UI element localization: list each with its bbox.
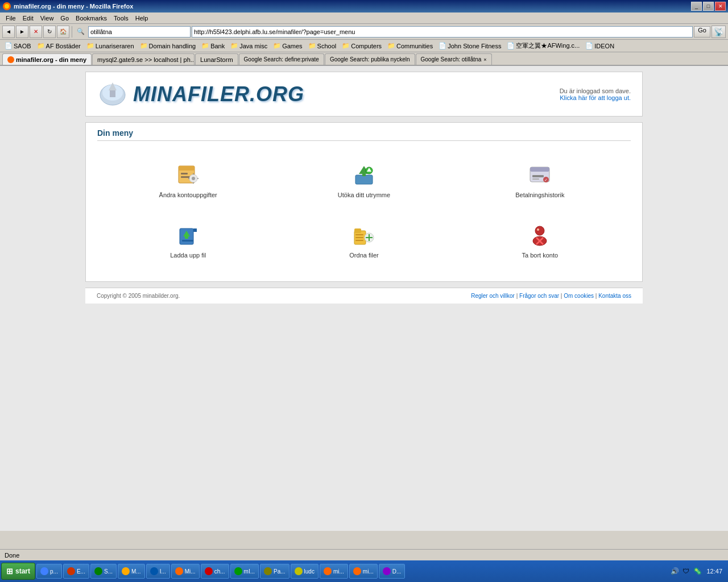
stop-button[interactable]: ✕: [30, 26, 42, 38]
taskbar-btn-i[interactable]: I...: [146, 564, 170, 579]
svg-rect-34: [354, 228, 361, 233]
menu-item-ordna[interactable]: Ordna filer: [279, 215, 449, 264]
url-input[interactable]: [192, 26, 693, 38]
folder-icon: 📁: [201, 42, 209, 50]
taskbar-btn-pa[interactable]: Pa...: [260, 564, 289, 579]
bookmark-communities[interactable]: 📁Communities: [385, 41, 435, 51]
taskbar-btn-m1[interactable]: M...: [118, 564, 145, 579]
back-button[interactable]: ◄: [2, 26, 15, 38]
tab-minafiler[interactable]: minafiler.org - din meny: [2, 53, 92, 65]
organize-icon: [350, 221, 378, 248]
bookmark-ideon[interactable]: 📄IDEON: [583, 41, 617, 51]
taskbar-btn-ml[interactable]: mI...: [230, 564, 259, 579]
bookmark-java-misc[interactable]: 📁Java misc: [228, 41, 270, 51]
bookmark-saob[interactable]: 📄SAOB: [2, 41, 34, 51]
menu-item-ta-bort[interactable]: Ta bort konto: [455, 215, 625, 264]
taskbar-app-icon: [234, 567, 242, 575]
menu-bookmarks[interactable]: Bookmarks: [72, 14, 110, 23]
settings-icon: [175, 161, 202, 188]
taskbar-app-icon: [175, 567, 183, 575]
titlebar-left: minafiler.org - din meny - Mozilla Firef…: [2, 2, 133, 11]
go-button[interactable]: Go: [694, 26, 710, 38]
bookmark-john-stone[interactable]: 📄John Stone Fitness: [436, 41, 503, 51]
menu-item-betalning[interactable]: ✓ Betalningshistorik: [455, 155, 625, 204]
menu-item-utoka[interactable]: Utöka ditt utrymme: [279, 155, 449, 204]
minimize-button[interactable]: _: [691, 2, 702, 11]
tab-google-publika[interactable]: Google Search: publika nyckeln: [325, 53, 415, 65]
svg-point-42: [537, 228, 539, 231]
taskbar-btn-d[interactable]: D...: [379, 564, 406, 579]
bookmark-domain-handling[interactable]: 📁Domain handling: [138, 41, 198, 51]
taskbar-btn-mi[interactable]: Mi...: [171, 564, 200, 579]
taskbar-app-icon: [264, 567, 272, 575]
bookmark-afwing[interactable]: 📄空軍之翼★AFWing.c...: [504, 40, 582, 51]
bookmarks-bar: 📄SAOB 📁AF Bostäder 📁Lunariseraren 📁Domai…: [0, 40, 728, 52]
tab-google-otillat[interactable]: Google Search: otillåtna ×: [416, 53, 492, 65]
start-button[interactable]: ⊞ start: [1, 563, 35, 580]
logo-text: MINAFILER.ORG: [133, 82, 304, 106]
taskbar-btn-ch[interactable]: ch...: [201, 564, 229, 579]
home-button[interactable]: 🏠: [57, 26, 69, 38]
tab-label: minafiler.org - din meny: [16, 56, 86, 63]
taskbar-btn-p[interactable]: p...: [36, 564, 62, 579]
svg-rect-23: [532, 175, 544, 177]
svg-rect-37: [355, 240, 363, 241]
bookmark-games[interactable]: 📁Games: [271, 41, 304, 51]
taskbar-btn-s[interactable]: S...: [90, 564, 117, 579]
svg-rect-29: [193, 228, 197, 232]
menu-view[interactable]: View: [37, 14, 57, 23]
search-input[interactable]: [88, 26, 191, 38]
logout-link[interactable]: Klicka här för att logga ut.: [560, 94, 631, 101]
logo-graphic: [97, 78, 129, 110]
taskbar-app-icon: [122, 567, 130, 575]
bookmark-bank[interactable]: 📁Bank: [199, 41, 227, 51]
folder-icon: 📁: [387, 42, 395, 50]
folder-icon: 📁: [342, 42, 350, 50]
status-text: Done: [5, 552, 19, 559]
rss-button[interactable]: 📡: [712, 26, 726, 38]
menu-edit[interactable]: Edit: [19, 14, 37, 23]
footer-link-fragor[interactable]: Frågor och svar: [519, 293, 559, 299]
address-label: 🔍: [75, 28, 87, 35]
logo-container: MINAFILER.ORG: [97, 78, 304, 110]
taskbar-btn-mi3[interactable]: mi...: [349, 564, 378, 579]
tab-google-define[interactable]: Google Search: define:private: [239, 53, 324, 65]
menu-go[interactable]: Go: [57, 14, 72, 23]
menu-item-label: Ändra kontouppgifter: [159, 192, 217, 198]
menu-box: Din meny: [85, 122, 643, 282]
page-footer: Copyright © 2005 minabilder.org. Regler …: [85, 288, 643, 304]
tab-label: mysql2.gate9.se >> localhost | ph...: [97, 56, 195, 63]
bookmark-lunariseraren[interactable]: 📁Lunariseraren: [84, 41, 136, 51]
taskbar-btn-ludc[interactable]: ludc: [291, 564, 318, 579]
taskbar-btn-label: p...: [50, 568, 58, 575]
maximize-button[interactable]: □: [703, 2, 714, 11]
bookmark-computers[interactable]: 📁Computers: [340, 41, 384, 51]
tab-label: Google Search: otillåtna: [421, 56, 482, 63]
toolbar-separator: [72, 26, 72, 38]
refresh-button[interactable]: ↻: [43, 26, 56, 38]
menu-item-andra-konto[interactable]: Ändra kontouppgifter: [103, 155, 273, 204]
menu-item-ladda-upp[interactable]: Ladda upp fil: [103, 215, 273, 264]
tab-lunarstorm[interactable]: LunarStorm: [195, 53, 238, 65]
taskbar-btn-mi2[interactable]: mi...: [320, 564, 348, 579]
taskbar-btn-label: I...: [160, 568, 166, 575]
taskbar-btn-label: Mi...: [185, 568, 196, 575]
tab-favicon: [7, 56, 14, 63]
close-button[interactable]: ✕: [715, 2, 726, 11]
tab-close-button[interactable]: ×: [483, 57, 486, 63]
footer-link-cookies[interactable]: Om cookies: [564, 293, 594, 299]
taskbar-btn-e[interactable]: E...: [63, 564, 89, 579]
menu-file[interactable]: File: [2, 14, 19, 23]
forward-button[interactable]: ►: [16, 26, 28, 38]
menu-tools[interactable]: Tools: [110, 14, 132, 23]
bookmark-icon: 📄: [507, 42, 515, 50]
footer-link-kontakta[interactable]: Kontakta oss: [598, 293, 631, 299]
bookmark-af-bostader[interactable]: 📁AF Bostäder: [35, 41, 83, 51]
bookmark-school[interactable]: 📁School: [306, 41, 339, 51]
footer-links: Regler och villkor | Frågor och svar | O…: [471, 293, 631, 299]
tabs-bar: minafiler.org - din meny mysql2.gate9.se…: [0, 52, 728, 65]
menu-help[interactable]: Help: [132, 14, 152, 23]
tab-mysql[interactable]: mysql2.gate9.se >> localhost | ph...: [92, 53, 195, 65]
bookmark-icon: 📄: [5, 42, 13, 50]
footer-link-regler[interactable]: Regler och villkor: [471, 293, 515, 299]
